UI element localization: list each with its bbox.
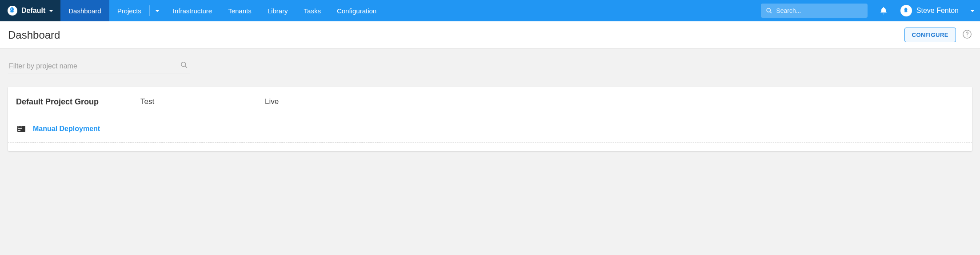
nav-tasks[interactable]: Tasks xyxy=(296,0,329,21)
nav-tenants[interactable]: Tenants xyxy=(220,0,260,21)
configure-button[interactable]: CONFIGURE xyxy=(904,28,956,42)
search-icon xyxy=(765,7,773,15)
nav-configuration[interactable]: Configuration xyxy=(329,0,384,21)
project-row: Manual Deployment xyxy=(8,116,972,143)
nav-dashboard[interactable]: Dashboard xyxy=(60,0,109,21)
caret-down-icon xyxy=(970,10,975,12)
project-cell: Manual Deployment xyxy=(16,124,140,134)
user-name: Steve Fenton xyxy=(916,7,959,15)
avatar-icon xyxy=(900,5,912,16)
notifications-button[interactable] xyxy=(873,0,894,21)
page-title: Dashboard xyxy=(8,29,60,41)
nav-infrastructure[interactable]: Infrastructure xyxy=(165,0,220,21)
svg-point-6 xyxy=(967,36,968,36)
group-name: Default Project Group xyxy=(16,97,140,107)
svg-point-7 xyxy=(181,62,186,67)
nav-library[interactable]: Library xyxy=(260,0,296,21)
help-button[interactable] xyxy=(962,29,972,41)
help-icon xyxy=(962,29,972,39)
svg-point-2 xyxy=(11,9,12,9)
filter-row xyxy=(0,49,980,79)
space-switcher[interactable]: Default xyxy=(0,0,60,21)
project-link[interactable]: Manual Deployment xyxy=(33,125,100,133)
environment-column: Live xyxy=(265,97,389,107)
search-input[interactable] xyxy=(772,4,863,17)
group-header: Default Project Group Test Live xyxy=(8,87,972,116)
user-menu[interactable]: Steve Fenton xyxy=(894,0,965,21)
caret-down-icon xyxy=(49,10,53,12)
project-icon xyxy=(16,124,27,134)
svg-rect-12 xyxy=(21,127,22,127)
nav-projects-dropdown[interactable] xyxy=(150,0,165,21)
filter-input[interactable] xyxy=(8,60,190,73)
space-name: Default xyxy=(21,7,45,15)
svg-line-4 xyxy=(770,12,771,13)
bell-icon xyxy=(879,6,888,15)
nav-projects[interactable]: Projects xyxy=(109,0,149,21)
svg-rect-13 xyxy=(18,128,22,129)
svg-rect-14 xyxy=(18,130,20,131)
svg-line-8 xyxy=(185,66,187,68)
svg-rect-11 xyxy=(20,127,20,127)
octopus-logo-icon xyxy=(7,5,18,16)
filter-wrap xyxy=(8,60,190,73)
environment-column: Test xyxy=(140,97,265,107)
search-icon xyxy=(180,60,188,71)
divider xyxy=(16,143,380,143)
caret-down-icon xyxy=(155,10,160,12)
search-box[interactable] xyxy=(761,4,868,18)
svg-rect-10 xyxy=(18,127,19,127)
user-menu-dropdown[interactable] xyxy=(965,0,980,21)
project-group-card: Default Project Group Test Live Manual D… xyxy=(8,87,972,151)
top-nav: Default Dashboard Projects Infrastructur… xyxy=(0,0,980,21)
subheader: Dashboard CONFIGURE xyxy=(0,21,980,49)
svg-point-3 xyxy=(767,8,770,12)
